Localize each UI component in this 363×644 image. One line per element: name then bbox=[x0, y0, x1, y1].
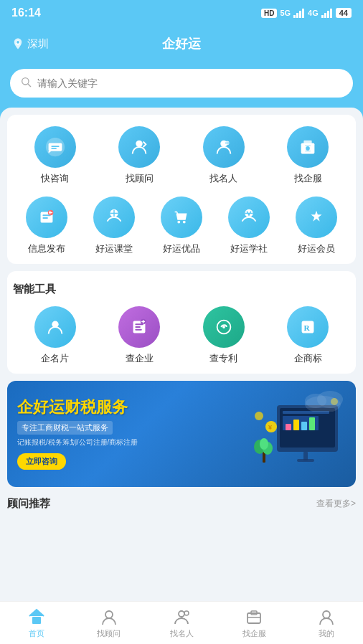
svg-rect-7 bbox=[330, 9, 332, 18]
nav-item-celebrity[interactable]: 找名人 bbox=[145, 607, 217, 639]
nav-item-home[interactable]: 首页 bbox=[0, 607, 72, 639]
network-5g: 5G bbox=[280, 9, 291, 17]
service-item-ketang[interactable]: 好运课堂 bbox=[80, 196, 148, 255]
banner-subtitle: 专注工商财税一站式服务 bbox=[17, 421, 113, 435]
advisor-section-more[interactable]: 查看更多> bbox=[316, 498, 356, 510]
smart-tools-title: 智能工具 bbox=[13, 283, 350, 296]
svg-point-62 bbox=[105, 611, 113, 618]
svg-point-26 bbox=[177, 221, 180, 224]
chazhuanli-label: 查专利 bbox=[209, 352, 237, 365]
service-grid-row2: 信息发布 好运课堂 bbox=[13, 196, 350, 255]
profile-nav-icon bbox=[317, 607, 336, 626]
location-selector[interactable]: 深圳 bbox=[11, 37, 49, 51]
nav-home-label: 首页 bbox=[29, 628, 44, 639]
tool-chaqiye[interactable]: 查企业 bbox=[98, 306, 182, 365]
xueshe-label: 好运学社 bbox=[230, 242, 268, 255]
hd-badge: HD bbox=[261, 9, 277, 18]
status-bar: 16:14 HD 5G 4G 44 bbox=[0, 0, 363, 26]
service-item-zhaoguwen[interactable]: 找顾问 bbox=[98, 126, 182, 185]
svg-point-9 bbox=[16, 41, 19, 44]
svg-rect-0 bbox=[293, 15, 296, 18]
service-item-zhaoqifu[interactable]: 找企服 bbox=[266, 126, 351, 185]
service-item-huiyuan[interactable]: 好运会员 bbox=[283, 196, 350, 255]
svg-rect-13 bbox=[51, 146, 59, 147]
app-header: 深圳 企好运 bbox=[0, 26, 363, 62]
location-text: 深圳 bbox=[27, 37, 49, 51]
zhaomingren-label: 找名人 bbox=[209, 172, 237, 185]
xinxifabu-icon-circle bbox=[26, 196, 67, 238]
battery-indicator: 44 bbox=[336, 8, 352, 18]
services-card: 快咨询 找顾问 bbox=[7, 115, 356, 264]
enterprise-nav-icon bbox=[245, 607, 263, 626]
nav-advisor-label: 找顾问 bbox=[97, 628, 121, 639]
chaqiye-icon bbox=[118, 306, 160, 348]
service-item-youpin[interactable]: 好运优品 bbox=[148, 196, 215, 255]
service-item-kuazixun[interactable]: 快咨询 bbox=[13, 126, 98, 185]
status-icons: HD 5G 4G 44 bbox=[261, 8, 352, 18]
svg-rect-14 bbox=[51, 148, 57, 149]
status-time: 16:14 bbox=[11, 6, 41, 19]
svg-rect-1 bbox=[296, 13, 298, 18]
app-title: 企好运 bbox=[162, 35, 201, 52]
svg-rect-6 bbox=[327, 11, 329, 18]
network-4g: 4G bbox=[308, 9, 319, 17]
svg-rect-23 bbox=[42, 217, 48, 219]
tool-chazhuanli[interactable]: 查专利 bbox=[182, 306, 266, 365]
home-icon bbox=[27, 607, 46, 626]
zhaoguwen-label: 找顾问 bbox=[126, 172, 154, 185]
xueshe-icon-circle bbox=[228, 196, 270, 238]
advisor-section-header: 顾问推荐 查看更多> bbox=[0, 487, 363, 513]
bottom-spacer bbox=[0, 513, 363, 528]
qimingpian-icon bbox=[34, 306, 76, 348]
youpin-icon-circle bbox=[161, 196, 202, 238]
svg-rect-19 bbox=[304, 141, 312, 145]
svg-rect-3 bbox=[302, 9, 304, 18]
svg-line-11 bbox=[28, 84, 31, 87]
zhaomingren-icon-circle bbox=[203, 126, 245, 168]
signal-icon bbox=[293, 8, 305, 18]
svg-point-63 bbox=[179, 611, 184, 617]
advisor-section-title: 顾问推荐 bbox=[7, 497, 50, 511]
svg-text:R: R bbox=[304, 323, 311, 332]
svg-point-67 bbox=[323, 611, 330, 618]
nav-item-advisor[interactable]: 找顾问 bbox=[72, 607, 145, 639]
bottom-nav: 首页 找顾问 找名人 找企服 bbox=[0, 601, 363, 644]
banner-cta-button[interactable]: 立即咨询 bbox=[17, 453, 66, 470]
search-input[interactable] bbox=[37, 77, 343, 89]
zhaoqifu-icon-circle bbox=[287, 126, 329, 168]
svg-point-64 bbox=[184, 611, 189, 615]
smart-tools-card: 智能工具 企名片 bbox=[7, 271, 356, 374]
qishanghao-icon: R bbox=[287, 306, 329, 348]
tool-qishanghao[interactable]: R 企商标 bbox=[266, 306, 351, 365]
svg-rect-32 bbox=[136, 326, 141, 328]
svg-point-27 bbox=[183, 221, 186, 224]
search-icon bbox=[20, 76, 32, 90]
youpin-label: 好运优品 bbox=[163, 242, 200, 255]
nav-item-enterprise[interactable]: 找企服 bbox=[218, 607, 291, 639]
search-bar[interactable] bbox=[10, 69, 353, 98]
huiyuan-label: 好运会员 bbox=[298, 242, 335, 255]
banner-ad[interactable]: 企好运财税服务 专注工商财税一站式服务 记账报税/税务筹划/公司注册/商标注册 … bbox=[7, 381, 356, 487]
advisor-nav-icon bbox=[100, 607, 118, 626]
service-item-zhaomingren[interactable]: 找名人 bbox=[182, 126, 266, 185]
zhaoqifu-label: 找企服 bbox=[294, 172, 322, 185]
tools-grid: 企名片 查企业 bbox=[13, 306, 350, 365]
location-icon bbox=[11, 37, 24, 50]
svg-rect-2 bbox=[299, 11, 301, 18]
svg-rect-5 bbox=[324, 13, 326, 18]
nav-item-profile[interactable]: 我的 bbox=[291, 607, 363, 639]
service-item-xinxifabu[interactable]: 信息发布 bbox=[13, 196, 80, 255]
svg-point-20 bbox=[306, 146, 310, 151]
qishanghao-label: 企商标 bbox=[294, 352, 322, 365]
ketang-icon-circle bbox=[93, 196, 135, 238]
banner-title: 企好运财税服务 bbox=[17, 398, 346, 417]
signal-icon-2 bbox=[321, 8, 333, 18]
zhaoguwen-icon-circle bbox=[118, 126, 160, 168]
service-item-xueshe[interactable]: 好运学社 bbox=[215, 196, 283, 255]
search-container bbox=[0, 62, 363, 108]
tool-qimingpian[interactable]: 企名片 bbox=[13, 306, 98, 365]
banner-content: 企好运财税服务 专注工商财税一站式服务 记账报税/税务筹划/公司注册/商标注册 … bbox=[7, 387, 356, 480]
main-content: 快咨询 找顾问 bbox=[0, 108, 363, 601]
nav-celebrity-label: 找名人 bbox=[170, 628, 194, 639]
service-grid-row1: 快咨询 找顾问 bbox=[13, 126, 350, 185]
